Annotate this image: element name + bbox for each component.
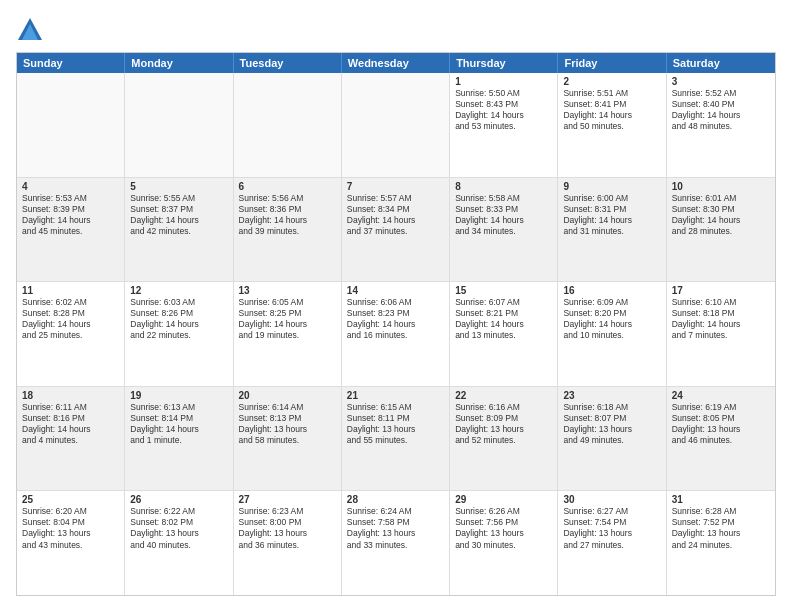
weekday-header: Saturday bbox=[667, 53, 775, 73]
weekday-header: Thursday bbox=[450, 53, 558, 73]
calendar-body: 1Sunrise: 5:50 AM Sunset: 8:43 PM Daylig… bbox=[17, 73, 775, 595]
day-info: Sunrise: 6:07 AM Sunset: 8:21 PM Dayligh… bbox=[455, 297, 552, 341]
day-cell: 24Sunrise: 6:19 AM Sunset: 8:05 PM Dayli… bbox=[667, 387, 775, 491]
day-info: Sunrise: 6:22 AM Sunset: 8:02 PM Dayligh… bbox=[130, 506, 227, 550]
logo bbox=[16, 16, 48, 44]
day-number: 8 bbox=[455, 181, 552, 192]
header bbox=[16, 16, 776, 44]
day-number: 11 bbox=[22, 285, 119, 296]
day-info: Sunrise: 6:10 AM Sunset: 8:18 PM Dayligh… bbox=[672, 297, 770, 341]
day-info: Sunrise: 6:20 AM Sunset: 8:04 PM Dayligh… bbox=[22, 506, 119, 550]
day-number: 29 bbox=[455, 494, 552, 505]
day-number: 24 bbox=[672, 390, 770, 401]
day-cell: 27Sunrise: 6:23 AM Sunset: 8:00 PM Dayli… bbox=[234, 491, 342, 595]
day-number: 14 bbox=[347, 285, 444, 296]
day-info: Sunrise: 6:02 AM Sunset: 8:28 PM Dayligh… bbox=[22, 297, 119, 341]
day-number: 21 bbox=[347, 390, 444, 401]
calendar-row: 1Sunrise: 5:50 AM Sunset: 8:43 PM Daylig… bbox=[17, 73, 775, 178]
day-number: 18 bbox=[22, 390, 119, 401]
day-info: Sunrise: 5:56 AM Sunset: 8:36 PM Dayligh… bbox=[239, 193, 336, 237]
day-number: 31 bbox=[672, 494, 770, 505]
day-number: 12 bbox=[130, 285, 227, 296]
day-cell: 31Sunrise: 6:28 AM Sunset: 7:52 PM Dayli… bbox=[667, 491, 775, 595]
calendar: SundayMondayTuesdayWednesdayThursdayFrid… bbox=[16, 52, 776, 596]
day-number: 7 bbox=[347, 181, 444, 192]
day-info: Sunrise: 6:19 AM Sunset: 8:05 PM Dayligh… bbox=[672, 402, 770, 446]
day-info: Sunrise: 6:13 AM Sunset: 8:14 PM Dayligh… bbox=[130, 402, 227, 446]
day-number: 4 bbox=[22, 181, 119, 192]
day-cell: 29Sunrise: 6:26 AM Sunset: 7:56 PM Dayli… bbox=[450, 491, 558, 595]
day-number: 9 bbox=[563, 181, 660, 192]
day-info: Sunrise: 6:28 AM Sunset: 7:52 PM Dayligh… bbox=[672, 506, 770, 550]
day-number: 23 bbox=[563, 390, 660, 401]
day-info: Sunrise: 5:51 AM Sunset: 8:41 PM Dayligh… bbox=[563, 88, 660, 132]
day-number: 19 bbox=[130, 390, 227, 401]
day-cell: 8Sunrise: 5:58 AM Sunset: 8:33 PM Daylig… bbox=[450, 178, 558, 282]
weekday-header: Monday bbox=[125, 53, 233, 73]
day-number: 15 bbox=[455, 285, 552, 296]
day-info: Sunrise: 5:58 AM Sunset: 8:33 PM Dayligh… bbox=[455, 193, 552, 237]
day-number: 3 bbox=[672, 76, 770, 87]
day-info: Sunrise: 5:53 AM Sunset: 8:39 PM Dayligh… bbox=[22, 193, 119, 237]
day-cell: 25Sunrise: 6:20 AM Sunset: 8:04 PM Dayli… bbox=[17, 491, 125, 595]
day-number: 1 bbox=[455, 76, 552, 87]
day-cell: 19Sunrise: 6:13 AM Sunset: 8:14 PM Dayli… bbox=[125, 387, 233, 491]
day-number: 17 bbox=[672, 285, 770, 296]
day-cell: 28Sunrise: 6:24 AM Sunset: 7:58 PM Dayli… bbox=[342, 491, 450, 595]
weekday-header: Wednesday bbox=[342, 53, 450, 73]
weekday-header: Tuesday bbox=[234, 53, 342, 73]
day-info: Sunrise: 6:03 AM Sunset: 8:26 PM Dayligh… bbox=[130, 297, 227, 341]
day-cell: 1Sunrise: 5:50 AM Sunset: 8:43 PM Daylig… bbox=[450, 73, 558, 177]
page: SundayMondayTuesdayWednesdayThursdayFrid… bbox=[0, 0, 792, 612]
day-cell: 26Sunrise: 6:22 AM Sunset: 8:02 PM Dayli… bbox=[125, 491, 233, 595]
day-cell: 15Sunrise: 6:07 AM Sunset: 8:21 PM Dayli… bbox=[450, 282, 558, 386]
day-info: Sunrise: 6:14 AM Sunset: 8:13 PM Dayligh… bbox=[239, 402, 336, 446]
day-info: Sunrise: 6:24 AM Sunset: 7:58 PM Dayligh… bbox=[347, 506, 444, 550]
day-cell: 5Sunrise: 5:55 AM Sunset: 8:37 PM Daylig… bbox=[125, 178, 233, 282]
day-cell: 6Sunrise: 5:56 AM Sunset: 8:36 PM Daylig… bbox=[234, 178, 342, 282]
calendar-row: 25Sunrise: 6:20 AM Sunset: 8:04 PM Dayli… bbox=[17, 491, 775, 595]
day-number: 27 bbox=[239, 494, 336, 505]
day-number: 20 bbox=[239, 390, 336, 401]
day-number: 26 bbox=[130, 494, 227, 505]
empty-cell bbox=[234, 73, 342, 177]
calendar-header: SundayMondayTuesdayWednesdayThursdayFrid… bbox=[17, 53, 775, 73]
day-info: Sunrise: 5:52 AM Sunset: 8:40 PM Dayligh… bbox=[672, 88, 770, 132]
empty-cell bbox=[17, 73, 125, 177]
day-info: Sunrise: 6:26 AM Sunset: 7:56 PM Dayligh… bbox=[455, 506, 552, 550]
day-info: Sunrise: 6:05 AM Sunset: 8:25 PM Dayligh… bbox=[239, 297, 336, 341]
day-cell: 23Sunrise: 6:18 AM Sunset: 8:07 PM Dayli… bbox=[558, 387, 666, 491]
weekday-header: Friday bbox=[558, 53, 666, 73]
day-info: Sunrise: 5:50 AM Sunset: 8:43 PM Dayligh… bbox=[455, 88, 552, 132]
day-cell: 2Sunrise: 5:51 AM Sunset: 8:41 PM Daylig… bbox=[558, 73, 666, 177]
day-number: 2 bbox=[563, 76, 660, 87]
empty-cell bbox=[342, 73, 450, 177]
day-cell: 22Sunrise: 6:16 AM Sunset: 8:09 PM Dayli… bbox=[450, 387, 558, 491]
day-info: Sunrise: 6:00 AM Sunset: 8:31 PM Dayligh… bbox=[563, 193, 660, 237]
day-number: 16 bbox=[563, 285, 660, 296]
calendar-row: 4Sunrise: 5:53 AM Sunset: 8:39 PM Daylig… bbox=[17, 178, 775, 283]
weekday-header: Sunday bbox=[17, 53, 125, 73]
day-cell: 3Sunrise: 5:52 AM Sunset: 8:40 PM Daylig… bbox=[667, 73, 775, 177]
calendar-row: 11Sunrise: 6:02 AM Sunset: 8:28 PM Dayli… bbox=[17, 282, 775, 387]
day-info: Sunrise: 6:18 AM Sunset: 8:07 PM Dayligh… bbox=[563, 402, 660, 446]
day-cell: 16Sunrise: 6:09 AM Sunset: 8:20 PM Dayli… bbox=[558, 282, 666, 386]
logo-icon bbox=[16, 16, 44, 44]
day-number: 10 bbox=[672, 181, 770, 192]
day-cell: 14Sunrise: 6:06 AM Sunset: 8:23 PM Dayli… bbox=[342, 282, 450, 386]
day-cell: 17Sunrise: 6:10 AM Sunset: 8:18 PM Dayli… bbox=[667, 282, 775, 386]
day-cell: 7Sunrise: 5:57 AM Sunset: 8:34 PM Daylig… bbox=[342, 178, 450, 282]
day-number: 5 bbox=[130, 181, 227, 192]
day-info: Sunrise: 5:57 AM Sunset: 8:34 PM Dayligh… bbox=[347, 193, 444, 237]
day-info: Sunrise: 6:01 AM Sunset: 8:30 PM Dayligh… bbox=[672, 193, 770, 237]
day-cell: 10Sunrise: 6:01 AM Sunset: 8:30 PM Dayli… bbox=[667, 178, 775, 282]
day-cell: 9Sunrise: 6:00 AM Sunset: 8:31 PM Daylig… bbox=[558, 178, 666, 282]
day-number: 13 bbox=[239, 285, 336, 296]
day-cell: 4Sunrise: 5:53 AM Sunset: 8:39 PM Daylig… bbox=[17, 178, 125, 282]
day-number: 6 bbox=[239, 181, 336, 192]
day-cell: 21Sunrise: 6:15 AM Sunset: 8:11 PM Dayli… bbox=[342, 387, 450, 491]
day-cell: 12Sunrise: 6:03 AM Sunset: 8:26 PM Dayli… bbox=[125, 282, 233, 386]
day-info: Sunrise: 6:16 AM Sunset: 8:09 PM Dayligh… bbox=[455, 402, 552, 446]
day-info: Sunrise: 6:27 AM Sunset: 7:54 PM Dayligh… bbox=[563, 506, 660, 550]
empty-cell bbox=[125, 73, 233, 177]
